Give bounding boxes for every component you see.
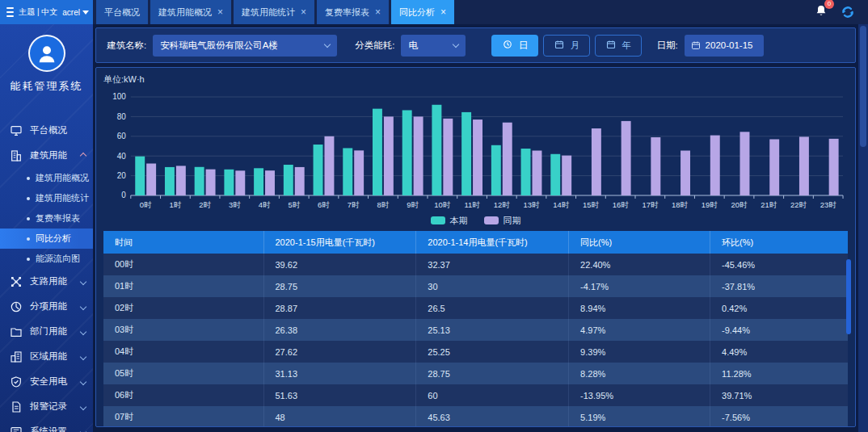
theme-language-switch[interactable]: 主题 | 中文 xyxy=(19,6,57,18)
tab-close-icon[interactable]: × xyxy=(217,7,223,17)
chart-bar-previous xyxy=(710,136,720,195)
chart-bar-current xyxy=(461,112,471,195)
header-tab[interactable]: 平台概况 xyxy=(96,0,148,24)
table-row: 03时26.3825.134.97%-9.44% xyxy=(103,319,848,341)
sidebar-item-分项用能[interactable]: 分项用能 xyxy=(0,294,93,319)
table-cell: 26.38 xyxy=(263,319,416,341)
period-button-label: 年 xyxy=(622,40,632,52)
table-header-cell: 2020-1-15用电量(千瓦时) xyxy=(263,231,416,254)
chart-bar-current xyxy=(343,148,352,195)
x-axis-tick-label: 13时 xyxy=(524,200,540,209)
energy-type-label: 分类能耗: xyxy=(355,40,394,52)
sidebar-item-报警记录[interactable]: 报警记录 xyxy=(0,394,93,419)
table-cell: 4.97% xyxy=(569,319,710,341)
y-axis-tick-label: 40 xyxy=(117,152,127,161)
tab-close-icon[interactable]: × xyxy=(440,7,446,17)
page-scrollbar-thumb[interactable] xyxy=(860,26,866,147)
table-cell: -45.46% xyxy=(710,254,848,275)
legend-item-本期[interactable]: 本期 xyxy=(431,215,468,227)
sidebar-item-安全用电[interactable]: 安全用电 xyxy=(0,369,93,394)
header-tab[interactable]: 建筑用能统计× xyxy=(234,0,314,24)
table-cell: 07时 xyxy=(103,406,263,427)
sidebar-item-系统设置[interactable]: 系统设置 xyxy=(0,419,93,432)
sidebar-subitem-同比分析[interactable]: 同比分析 xyxy=(0,229,93,249)
table-scrollbar-thumb[interactable] xyxy=(846,259,851,334)
header-tab[interactable]: 复费率报表× xyxy=(317,0,389,24)
table-cell: 01时 xyxy=(103,275,263,297)
table-cell: 22.40% xyxy=(569,254,710,275)
chevron-down-icon xyxy=(80,353,86,359)
sidebar-item-部门用能[interactable]: 部门用能 xyxy=(0,319,93,344)
energy-type-select[interactable]: 电 xyxy=(401,35,466,57)
sidebar-item-支路用能[interactable]: 支路用能 xyxy=(0,269,93,294)
chart-bar-previous xyxy=(651,137,660,195)
category-icon xyxy=(10,300,23,313)
sidebar-item-建筑用能[interactable]: 建筑用能 xyxy=(0,143,93,168)
sidebar-subitem-label: 建筑用能概况 xyxy=(36,172,89,184)
tab-bar: 平台概况建筑用能概况×建筑用能统计×复费率报表×同比分析× xyxy=(96,0,815,24)
sidebar-subitem-复费率报表[interactable]: 复费率报表 xyxy=(0,208,93,229)
chevron-down-icon xyxy=(80,428,86,432)
tab-label: 建筑用能统计 xyxy=(242,6,295,19)
table-header-cell: 同比(%) xyxy=(569,231,710,254)
sidebar-subitem-建筑用能统计[interactable]: 建筑用能统计 xyxy=(0,188,93,208)
sidebar-subitem-建筑用能概况[interactable]: 建筑用能概况 xyxy=(0,168,93,188)
tab-close-icon[interactable]: × xyxy=(375,7,381,17)
sidebar-item-label: 安全用电 xyxy=(30,375,67,388)
chart-bar-previous xyxy=(622,121,631,195)
chart-bar-current xyxy=(373,109,382,195)
chart-bar-previous xyxy=(680,150,690,195)
header-tab[interactable]: 同比分析× xyxy=(391,0,454,24)
table-cell: -13.95% xyxy=(569,384,710,406)
chart-bar-current xyxy=(402,110,412,195)
branch-icon xyxy=(10,275,23,288)
date-input[interactable]: 2020-01-15 xyxy=(685,35,764,57)
sidebar-subitem-能源流向图[interactable]: 能源流向图 xyxy=(0,249,93,269)
menu-icon[interactable] xyxy=(6,7,14,17)
period-button-月[interactable]: 月 xyxy=(543,35,590,57)
table-cell: 25.25 xyxy=(416,341,569,363)
table-cell: 28.75 xyxy=(416,363,569,384)
chart-bar-previous xyxy=(503,123,512,195)
bullet-icon xyxy=(27,217,30,220)
x-axis-tick-label: 10时 xyxy=(434,200,450,209)
table-row: 02时28.8726.58.94%0.42% xyxy=(103,297,848,319)
legend-label: 本期 xyxy=(450,215,468,227)
chart-legend: 本期同期 xyxy=(103,213,848,228)
sidebar-item-平台概况[interactable]: 平台概况 xyxy=(0,118,93,143)
table-cell: 00时 xyxy=(103,254,263,275)
table-cell: 05时 xyxy=(103,363,263,384)
clock-icon xyxy=(503,40,512,51)
x-axis-tick-label: 18时 xyxy=(672,200,688,209)
table-cell: 27.62 xyxy=(263,341,416,363)
chart-bar-previous xyxy=(295,167,305,195)
table-row: 07时4845.635.19%-7.56% xyxy=(103,406,848,427)
chart-bar-previous xyxy=(592,128,601,195)
bullet-icon xyxy=(27,237,30,241)
chart-bar-previous xyxy=(265,170,275,195)
building-select[interactable]: 安科瑞电气股份有限公司A楼 xyxy=(153,35,337,57)
table-cell: 31.13 xyxy=(263,363,416,384)
period-button-年[interactable]: 年 xyxy=(595,35,642,57)
header-tab[interactable]: 建筑用能概况× xyxy=(150,0,231,24)
sidebar-item-label: 分项用能 xyxy=(30,300,67,312)
legend-item-同期[interactable]: 同期 xyxy=(484,215,521,227)
tab-label: 复费率报表 xyxy=(325,6,369,19)
user-dropdown[interactable]: acrel xyxy=(62,8,89,17)
chevron-down-icon xyxy=(80,378,86,384)
sidebar-item-label: 部门用能 xyxy=(30,325,67,338)
sidebar-item-区域用能[interactable]: 区域用能 xyxy=(0,344,93,369)
period-button-日[interactable]: 日 xyxy=(491,35,538,57)
x-axis-tick-label: 6时 xyxy=(318,200,330,209)
page-scrollbar[interactable] xyxy=(858,24,868,432)
date-value: 2020-01-15 xyxy=(706,40,753,50)
chart-bar-current xyxy=(254,168,263,195)
table-cell: 4.49% xyxy=(710,341,848,363)
bell-icon[interactable]: 0 xyxy=(815,4,828,20)
table-cell: 39.71% xyxy=(710,384,848,406)
refresh-icon[interactable] xyxy=(841,5,855,19)
table-cell: -9.44% xyxy=(710,319,848,341)
calendar-icon xyxy=(691,40,701,50)
table-row: 01时28.7530-4.17%-37.81% xyxy=(103,275,848,297)
tab-close-icon[interactable]: × xyxy=(301,7,306,17)
